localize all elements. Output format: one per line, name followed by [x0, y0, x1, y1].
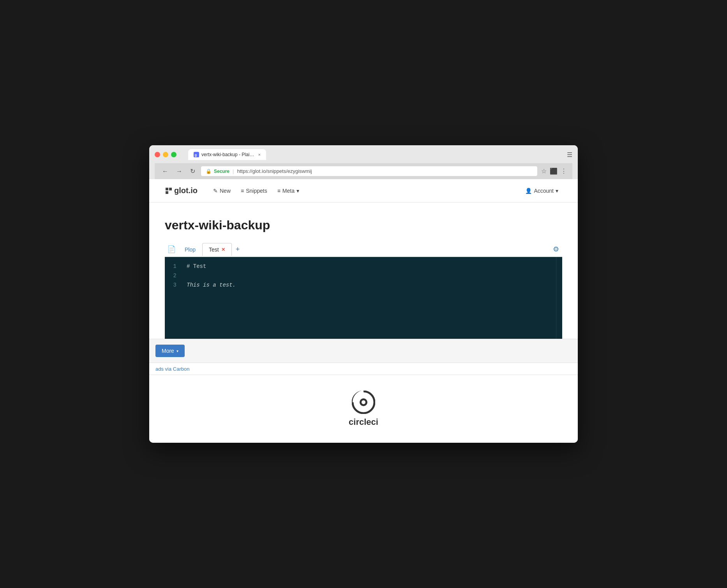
tab-close-button[interactable]: × [258, 152, 261, 157]
forward-button[interactable]: → [174, 167, 184, 176]
browser-menu-dots[interactable]: ⋮ [561, 167, 567, 175]
editor-scrollbar[interactable] [556, 257, 562, 339]
tab-favicon: g [194, 152, 199, 157]
file-tab-plop[interactable]: Plop [178, 243, 202, 256]
bookmark-button[interactable]: ☆ [541, 167, 547, 175]
line-number-3: 3 [169, 280, 176, 290]
svg-rect-3 [169, 188, 172, 190]
site-nav: glot.io ✎ New ≡ Snippets ≡ Meta ▾ [149, 179, 578, 202]
code-line-3: This is a test. [187, 280, 550, 290]
more-label: More [162, 348, 174, 354]
line-number-1: 1 [169, 262, 176, 271]
page-content: glot.io ✎ New ≡ Snippets ≡ Meta ▾ [149, 179, 578, 443]
more-caret-icon: ▾ [176, 349, 178, 353]
file-document-icon: 📄 [165, 242, 178, 257]
circleci-name-light: circle [349, 417, 371, 427]
browser-tab-active[interactable]: g vertx-wiki-backup - Plaintext S × [188, 149, 266, 160]
maximize-traffic-light[interactable] [171, 152, 176, 157]
circleci-brand-name: circleci [349, 417, 378, 427]
circleci-logo[interactable]: circleci [349, 391, 378, 427]
line-numbers: 1 2 3 [165, 257, 180, 339]
svg-rect-2 [166, 188, 168, 190]
url-separator: | [233, 168, 234, 174]
secure-label: Secure [214, 169, 229, 174]
nav-snippets-label: Snippets [246, 188, 267, 194]
titlebar-controls: ☰ [567, 151, 572, 158]
code-content[interactable]: # Test This is a test. [180, 257, 556, 339]
nav-meta-label: Meta [282, 188, 295, 194]
settings-gear-icon[interactable]: ⚙ [550, 242, 562, 257]
minimize-traffic-light[interactable] [163, 152, 168, 157]
file-tab-test[interactable]: Test ✕ [202, 243, 232, 256]
add-tab-button[interactable]: + [232, 242, 244, 257]
ads-section: ads via Carbon [149, 363, 578, 375]
url-text: https://glot.io/snippets/ezygiswmij [237, 168, 312, 174]
traffic-lights [155, 152, 176, 157]
tab-title: vertx-wiki-backup - Plaintext S [201, 152, 254, 157]
account-button[interactable]: 👤 Account ▾ [521, 185, 562, 196]
ad-banner: circleci [149, 375, 578, 443]
site-logo[interactable]: glot.io [165, 186, 198, 195]
browser-titlebar: g vertx-wiki-backup - Plaintext S × ☰ ← … [149, 145, 578, 179]
new-icon: ✎ [213, 188, 218, 194]
tab-test-close-icon[interactable]: ✕ [221, 247, 225, 252]
snippets-icon: ≡ [241, 188, 244, 194]
svg-rect-4 [166, 191, 168, 194]
code-line-2 [187, 271, 550, 280]
tab-test-label: Test [209, 246, 219, 253]
svg-point-7 [362, 400, 365, 404]
address-bar[interactable]: 🔒 Secure | https://glot.io/snippets/ezyg… [201, 166, 537, 176]
nav-snippets[interactable]: ≡ Snippets [237, 185, 271, 196]
reload-button[interactable]: ↻ [188, 167, 197, 176]
circleci-icon [352, 391, 375, 414]
bottom-toolbar: More ▾ [149, 339, 578, 363]
file-tabs-row: 📄 Plop Test ✕ + ⚙ [165, 242, 562, 257]
svg-text:g: g [195, 153, 197, 157]
titlebar-top: g vertx-wiki-backup - Plaintext S × ☰ [155, 149, 572, 160]
account-icon: 👤 [525, 188, 532, 194]
code-editor: 1 2 3 # Test This is a test. [165, 257, 562, 339]
address-bar-actions: ☆ ⬛ ⋮ [541, 167, 567, 175]
browser-menu-icon[interactable]: ☰ [567, 151, 572, 158]
account-caret-icon: ▾ [556, 188, 558, 194]
circleci-name-bold: ci [371, 417, 378, 427]
meta-icon: ≡ [277, 188, 281, 194]
snippet-title: vertx-wiki-backup [165, 218, 562, 232]
nav-new[interactable]: ✎ New [209, 185, 235, 196]
main-content: vertx-wiki-backup 📄 Plop Test ✕ + ⚙ 1 2 [149, 202, 578, 339]
logo-text: glot.io [174, 186, 198, 195]
browser-window: g vertx-wiki-backup - Plaintext S × ☰ ← … [149, 145, 578, 443]
ads-via-carbon-link[interactable]: ads via Carbon [155, 366, 189, 372]
code-line-1: # Test [187, 262, 550, 271]
address-bar-row: ← → ↻ 🔒 Secure | https://glot.io/snippet… [155, 163, 572, 179]
lock-icon: 🔒 [206, 169, 212, 174]
logo-icon [165, 187, 173, 195]
close-traffic-light[interactable] [155, 152, 160, 157]
nav-links: ✎ New ≡ Snippets ≡ Meta ▾ [209, 185, 521, 196]
nav-right: 👤 Account ▾ [521, 185, 562, 196]
tab-plop-label: Plop [185, 246, 196, 253]
account-label: Account [534, 188, 554, 194]
line-number-2: 2 [169, 271, 176, 280]
nav-meta[interactable]: ≡ Meta ▾ [274, 185, 303, 196]
nav-new-label: New [220, 188, 231, 194]
cast-button[interactable]: ⬛ [550, 167, 558, 175]
back-button[interactable]: ← [160, 167, 170, 176]
meta-caret-icon: ▾ [296, 188, 299, 194]
tab-bar: g vertx-wiki-backup - Plaintext S × [188, 149, 266, 160]
more-button[interactable]: More ▾ [155, 345, 185, 357]
